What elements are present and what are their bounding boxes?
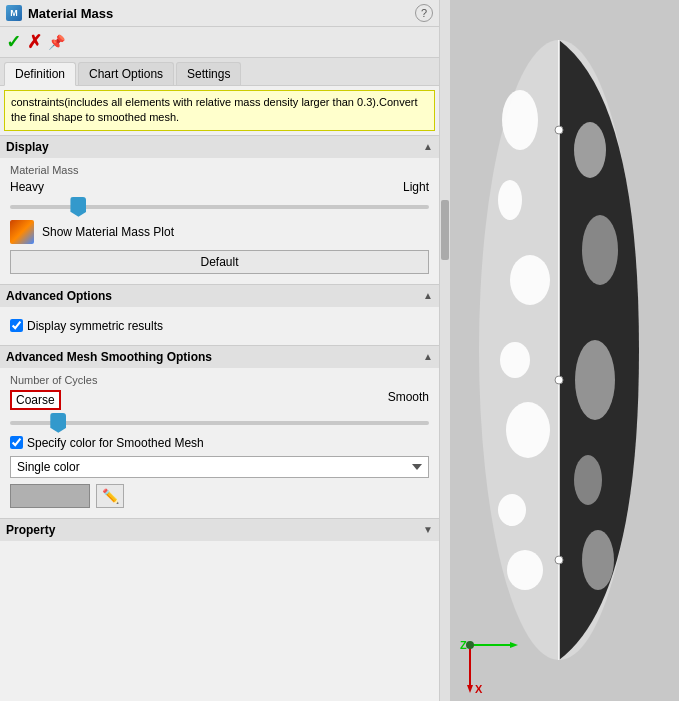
svg-point-7 — [500, 342, 530, 378]
coarse-label: Coarse — [10, 390, 61, 410]
svg-point-10 — [507, 550, 543, 590]
display-header-label: Display — [6, 140, 49, 154]
svg-point-12 — [582, 215, 618, 285]
tab-chart-options[interactable]: Chart Options — [78, 62, 174, 85]
mesh-smoothing-content: Number of Cycles Coarse Smooth Specify c… — [0, 368, 439, 518]
slider-light-label: Light — [403, 180, 429, 194]
svg-point-6 — [510, 255, 550, 305]
smooth-label: Smooth — [388, 390, 429, 410]
tabs-bar: Definition Chart Options Settings — [0, 58, 439, 86]
plot-btn-label[interactable]: Show Material Mass Plot — [42, 225, 174, 239]
pencil-icon: ✏️ — [102, 488, 119, 504]
svg-point-9 — [498, 494, 526, 526]
svg-point-26 — [466, 641, 474, 649]
advanced-options-content: Display symmetric results — [0, 307, 439, 345]
plot-btn-row: Show Material Mass Plot — [10, 220, 429, 244]
mesh-smoothing-section-header[interactable]: Advanced Mesh Smoothing Options ▲ — [0, 345, 439, 368]
3d-viewport: Z X — [440, 0, 679, 701]
advanced-options-section-header[interactable]: Advanced Options ▲ — [0, 284, 439, 307]
mesh-slider[interactable] — [10, 421, 429, 425]
check-icon: ✓ — [6, 31, 21, 53]
advanced-options-label: Advanced Options — [6, 289, 112, 303]
display-section-content: Material Mass Heavy Light Show Material … — [0, 158, 439, 284]
toolbar: ✓ ✗ 📌 — [0, 27, 439, 58]
mesh-smoothing-label: Advanced Mesh Smoothing Options — [6, 350, 212, 364]
title-icon: M — [6, 5, 22, 21]
3d-shape-svg: Z X — [440, 0, 679, 701]
smoothed-mesh-checkbox-row: Specify color for Smoothed Mesh — [10, 436, 429, 450]
symmetric-checkbox[interactable] — [10, 319, 23, 332]
svg-text:Z: Z — [460, 639, 467, 651]
default-button[interactable]: Default — [10, 250, 429, 274]
cancel-button[interactable]: ✗ — [27, 31, 42, 53]
svg-point-8 — [506, 402, 550, 458]
slider-labels: Heavy Light — [10, 180, 429, 194]
mesh-smoothing-chevron-icon: ▲ — [423, 351, 433, 362]
symmetric-label: Display symmetric results — [27, 319, 163, 333]
edit-color-button[interactable]: ✏️ — [96, 484, 124, 508]
svg-point-17 — [555, 126, 563, 134]
svg-point-13 — [575, 340, 615, 420]
coarse-smooth-labels: Coarse Smooth — [10, 390, 429, 410]
accept-button[interactable]: ✓ — [6, 31, 21, 53]
svg-text:X: X — [475, 683, 483, 695]
display-slider[interactable] — [10, 205, 429, 209]
svg-point-4 — [502, 90, 538, 150]
tab-definition[interactable]: Definition — [4, 62, 76, 86]
property-chevron-icon: ▼ — [423, 524, 433, 535]
color-swatch-row: ✏️ — [10, 484, 429, 508]
svg-point-11 — [574, 122, 606, 178]
display-chevron-icon: ▲ — [423, 141, 433, 152]
color-dropdown-row: Single color Multiple colors — [10, 456, 429, 478]
material-mass-label: Material Mass — [10, 164, 429, 176]
warning-box: constraints(includes all elements with r… — [4, 90, 435, 131]
svg-point-15 — [582, 530, 614, 590]
color-dropdown[interactable]: Single color Multiple colors — [10, 456, 429, 478]
x-icon: ✗ — [27, 31, 42, 53]
cycles-label: Number of Cycles — [10, 374, 429, 386]
property-section-header[interactable]: Property ▼ — [0, 518, 439, 541]
symmetric-checkbox-row: Display symmetric results — [10, 319, 429, 333]
svg-point-19 — [555, 556, 563, 564]
property-header-label: Property — [6, 523, 55, 537]
mesh-slider-container — [10, 414, 429, 428]
slider-heavy-label: Heavy — [10, 180, 44, 194]
svg-point-5 — [498, 180, 522, 220]
plot-icon — [10, 220, 34, 244]
color-swatch[interactable] — [10, 484, 90, 508]
smoothed-mesh-checkbox[interactable] — [10, 436, 23, 449]
coarse-box: Coarse — [10, 390, 61, 410]
warning-text: constraints(includes all elements with r… — [11, 96, 418, 123]
tab-settings[interactable]: Settings — [176, 62, 241, 85]
page-title: Material Mass — [28, 6, 409, 21]
pin-icon: 📌 — [48, 34, 65, 50]
display-slider-container — [10, 198, 429, 212]
display-section-header[interactable]: Display ▲ — [0, 135, 439, 158]
svg-rect-2 — [441, 200, 449, 260]
panel-content: constraints(includes all elements with r… — [0, 86, 439, 701]
advanced-options-chevron-icon: ▲ — [423, 290, 433, 301]
svg-point-18 — [555, 376, 563, 384]
help-button[interactable]: ? — [415, 4, 433, 22]
title-bar: M Material Mass ? — [0, 0, 439, 27]
pin-button[interactable]: 📌 — [48, 34, 65, 50]
smoothed-mesh-label: Specify color for Smoothed Mesh — [27, 436, 204, 450]
left-panel: M Material Mass ? ✓ ✗ 📌 Definition Chart… — [0, 0, 440, 701]
svg-rect-1 — [440, 0, 450, 701]
svg-point-14 — [574, 455, 602, 505]
